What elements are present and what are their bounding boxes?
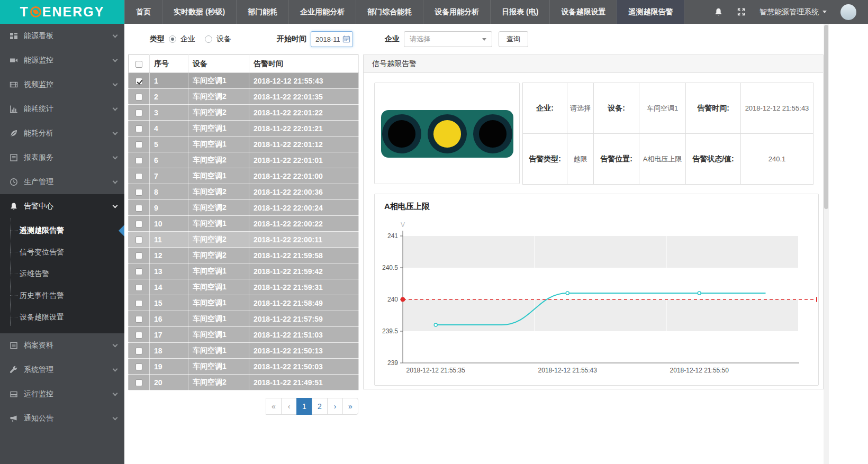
sidebar-subitem[interactable]: 信号变位告警 — [0, 241, 124, 263]
table-row[interactable]: 1 车间空调1 2018-12-12 21:55:43 — [129, 73, 359, 89]
table-row[interactable]: 6 车间空调2 2018-11-22 22:01:01 — [129, 152, 359, 168]
chart-title: A相电压上限 — [375, 194, 818, 212]
row-checkbox[interactable] — [135, 300, 142, 307]
cell-time: 2018-11-22 22:00:24 — [249, 200, 359, 216]
nav-item[interactable]: 设备用能分析 — [423, 0, 490, 24]
radio-enterprise[interactable] — [169, 35, 176, 43]
scrollbar-thumb[interactable] — [824, 25, 828, 209]
tree-branch — [10, 274, 17, 274]
row-checkbox[interactable] — [135, 379, 142, 386]
table-row[interactable]: 14 车间空调1 2018-11-22 21:59:31 — [129, 279, 359, 295]
traffic-light — [381, 110, 513, 158]
row-checkbox[interactable] — [135, 78, 142, 85]
sidebar-item[interactable]: 档案资料 — [0, 333, 124, 358]
row-checkbox[interactable] — [135, 221, 142, 228]
cell-index: 1 — [150, 73, 188, 89]
row-checkbox[interactable] — [135, 332, 142, 339]
row-checkbox[interactable] — [135, 284, 142, 291]
row-checkbox[interactable] — [135, 189, 142, 196]
svg-text:V: V — [401, 221, 405, 229]
nav-item[interactable]: 遥测越限告警 — [617, 0, 684, 24]
table-row[interactable]: 2 车间空调2 2018-11-22 22:01:35 — [129, 89, 359, 105]
nav-item[interactable]: 首页 — [124, 0, 162, 24]
cell-device: 车间空调1 — [188, 73, 249, 89]
system-menu[interactable]: 智慧能源管理系统 — [760, 7, 827, 17]
bell-icon[interactable] — [714, 7, 723, 16]
table-row[interactable]: 9 车间空调2 2018-11-22 22:00:24 — [129, 200, 359, 216]
sidebar-item[interactable]: 系统管理 — [0, 358, 124, 382]
row-checkbox[interactable] — [135, 110, 142, 116]
nav-item[interactable]: 部门综合能耗 — [356, 0, 423, 24]
table-row[interactable]: 8 车间空调2 2018-11-22 22:00:36 — [129, 184, 359, 200]
svg-text:241: 241 — [387, 232, 398, 240]
sidebar-subitem[interactable]: 遥测越限告警 — [0, 220, 124, 241]
table-row[interactable]: 7 车间空调1 2018-11-22 22:01:00 — [129, 168, 359, 184]
table-row[interactable]: 12 车间空调2 2018-11-22 21:59:58 — [129, 248, 359, 263]
sidebar-item[interactable]: 生产管理 — [0, 170, 124, 194]
enterprise-select[interactable]: 请选择 — [404, 31, 492, 47]
table-row[interactable]: 19 车间空调1 2018-11-22 21:50:03 — [129, 359, 359, 375]
row-checkbox[interactable] — [135, 252, 142, 259]
sidebar-item[interactable]: 通知公告 — [0, 406, 124, 431]
page-button[interactable]: « — [266, 398, 282, 415]
row-checkbox[interactable] — [135, 316, 142, 323]
nav-item[interactable]: 企业用能分析 — [288, 0, 356, 24]
row-checkbox[interactable] — [135, 236, 142, 243]
table-row[interactable]: 13 车间空调1 2018-11-22 21:59:42 — [129, 263, 359, 279]
row-checkbox[interactable] — [135, 141, 142, 148]
table-row[interactable]: 3 车间空调2 2018-11-22 22:01:22 — [129, 105, 359, 121]
radio-device[interactable] — [205, 35, 212, 43]
query-button[interactable]: 查询 — [499, 31, 528, 47]
nav-item[interactable]: 部门能耗 — [236, 0, 288, 24]
archive-icon — [10, 341, 18, 350]
svg-text:240.5: 240.5 — [382, 264, 398, 271]
sidebar-item-alarm-center[interactable]: 告警中心 — [0, 194, 124, 219]
table-row[interactable]: 16 车间空调1 2018-11-22 21:57:59 — [129, 311, 359, 327]
table-row[interactable]: 10 车间空调1 2018-11-22 22:00:22 — [129, 216, 359, 232]
sidebar-item[interactable]: 运行监控 — [0, 382, 124, 406]
row-checkbox[interactable] — [135, 268, 142, 275]
calendar-icon[interactable] — [342, 35, 350, 43]
bar-chart-icon — [10, 105, 18, 113]
table-row[interactable]: 4 车间空调1 2018-11-22 22:01:21 — [129, 121, 359, 137]
page-button[interactable]: » — [342, 398, 358, 415]
select-all-checkbox[interactable] — [135, 61, 142, 68]
sidebar-item[interactable]: 能源监控 — [0, 48, 124, 72]
page-button[interactable]: 1 — [296, 398, 312, 415]
nav-item[interactable]: 设备越限设置 — [549, 0, 617, 24]
table-row[interactable]: 20 车间空调2 2018-11-22 21:49:51 — [129, 375, 359, 390]
row-checkbox[interactable] — [135, 205, 142, 212]
sidebar-item[interactable]: 报表服务 — [0, 145, 124, 170]
row-checkbox[interactable] — [135, 348, 142, 354]
sidebar-item[interactable]: 能耗分析 — [0, 121, 124, 145]
sidebar-item[interactable]: 视频监控 — [0, 72, 124, 97]
col-header-device: 设备 — [188, 55, 249, 73]
sidebar-item[interactable]: 能源看板 — [0, 24, 124, 48]
row-checkbox[interactable] — [135, 125, 142, 132]
cell-device: 车间空调1 — [188, 279, 249, 295]
page-button[interactable]: ‹ — [281, 398, 297, 415]
radio-device-label: 设备 — [216, 34, 231, 44]
sidebar-subitem[interactable]: 运维告警 — [0, 263, 124, 285]
table-row[interactable]: 11 车间空调2 2018-11-22 22:00:11 — [129, 232, 359, 248]
sidebar-subitem[interactable]: 设备越限设置 — [0, 306, 124, 328]
top-bar: TENERGY 首页 实时数据 (秒级) 部门能耗 企业用能分析 — [0, 0, 868, 24]
cell-time: 2018-11-22 22:01:22 — [249, 105, 359, 121]
row-checkbox[interactable] — [135, 173, 142, 180]
row-checkbox[interactable] — [135, 363, 142, 370]
sidebar-item[interactable]: 能耗统计 — [0, 97, 124, 121]
page-button[interactable]: 2 — [312, 398, 328, 415]
avatar[interactable] — [840, 4, 856, 20]
col-header-index: 序号 — [150, 55, 188, 73]
table-row[interactable]: 18 车间空调1 2018-11-22 21:50:13 — [129, 343, 359, 359]
table-row[interactable]: 5 车间空调1 2018-11-22 22:01:12 — [129, 137, 359, 152]
fullscreen-icon[interactable] — [737, 7, 746, 16]
table-row[interactable]: 17 车间空调1 2018-11-22 21:51:03 — [129, 327, 359, 343]
row-checkbox[interactable] — [135, 157, 142, 164]
nav-item[interactable]: 日报表 (电) — [490, 0, 549, 24]
table-row[interactable]: 15 车间空调1 2018-11-22 21:58:49 — [129, 295, 359, 311]
nav-item[interactable]: 实时数据 (秒级) — [162, 0, 236, 24]
row-checkbox[interactable] — [135, 94, 142, 101]
page-button[interactable]: › — [327, 398, 343, 415]
sidebar-subitem[interactable]: 历史事件告警 — [0, 285, 124, 306]
